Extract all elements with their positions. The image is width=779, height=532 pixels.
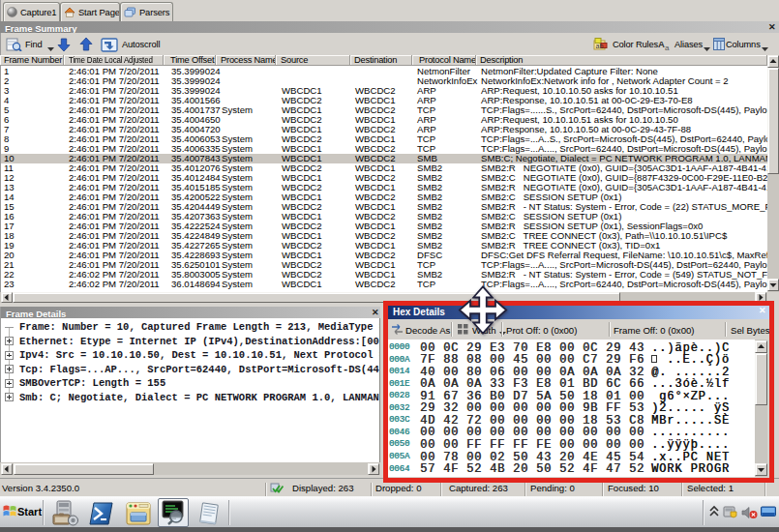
- svg-text:A: A: [658, 39, 665, 49]
- svg-text:a: a: [665, 44, 670, 51]
- svg-text:ab: ab: [596, 43, 604, 49]
